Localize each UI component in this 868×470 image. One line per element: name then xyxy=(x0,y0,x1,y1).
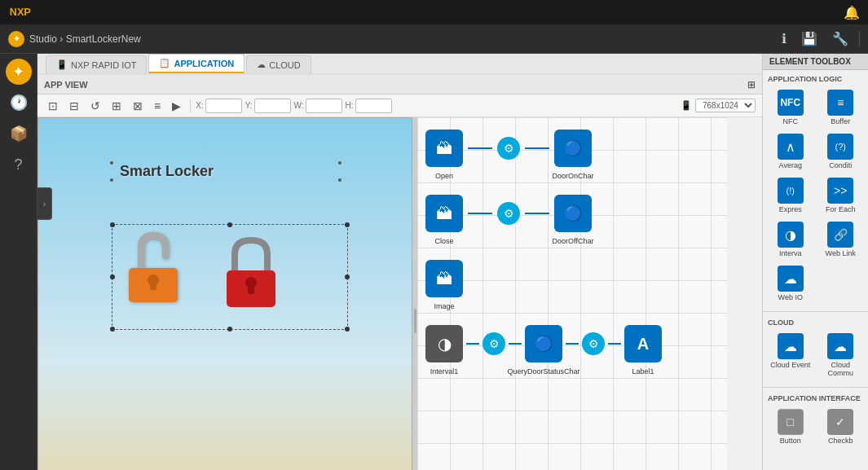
door-on-node[interactable]: 🔵 DoorOnChar xyxy=(554,130,592,167)
sel-br[interactable] xyxy=(345,327,350,332)
toolbar-align-btn[interactable]: ≡ xyxy=(150,97,165,115)
sel-bc[interactable] xyxy=(227,327,232,332)
close-image-node[interactable]: 🏔 Close xyxy=(425,195,463,232)
toolbox-item-expression[interactable]: (!) Expres xyxy=(766,174,815,217)
sel-tl[interactable] xyxy=(110,222,115,227)
toolbox-section-app-logic: APPLICATION LOGIC NFC NFC ≡ Buffer ∧ Ave… xyxy=(763,70,868,310)
toolbox-item-cloud-comm[interactable]: ☁ Cloud Commu xyxy=(817,330,866,380)
door-off-node[interactable]: 🔵 DoorOffChar xyxy=(554,195,592,232)
content: 📱 NXP RAPID IOT 📋 APPLICATION ☁ CLOUD AP… xyxy=(37,54,762,470)
device-icon: 📱 xyxy=(681,100,692,111)
toolbar-sep1 xyxy=(190,99,191,112)
sel-ml[interactable] xyxy=(110,275,115,279)
info-button[interactable]: ℹ xyxy=(778,29,791,48)
sel-tc[interactable] xyxy=(227,222,232,227)
gear4-node[interactable]: ⚙ xyxy=(582,332,605,355)
toolbar-group-btn[interactable]: ⊞ xyxy=(108,97,126,115)
open-image-node[interactable]: 🏔 Open xyxy=(425,130,463,167)
toolbar-w-field: W: xyxy=(294,99,342,113)
w-input[interactable] xyxy=(306,99,342,113)
condition-icon: (?) xyxy=(827,134,853,160)
toolbox-item-webio[interactable]: ☁ Web IO xyxy=(766,262,815,305)
condition-label: Conditi xyxy=(829,161,852,169)
interval-icon: ◑ xyxy=(778,222,804,248)
query-door-node[interactable]: 🔵 QueryDoorStatusChar xyxy=(525,325,562,362)
toolbar-ungroup-btn[interactable]: ⊠ xyxy=(129,97,147,115)
sidebar-item-clock[interactable]: 🕐 xyxy=(6,90,32,116)
cloud-event-icon: ☁ xyxy=(778,333,804,359)
line1 xyxy=(468,147,492,149)
toolbox-item-buffer[interactable]: ≡ Buffer xyxy=(817,86,866,129)
toolbar-play-btn[interactable]: ▶ xyxy=(168,97,185,115)
tab-nxp-iot[interactable]: 📱 NXP RAPID IOT xyxy=(46,55,147,73)
main: ✦ 🕐 📦 ? › 📱 NXP RAPID IOT 📋 APPLICATION … xyxy=(0,54,868,470)
tab-cloud[interactable]: ☁ CLOUD xyxy=(246,55,311,73)
toolbox-item-condition[interactable]: (?) Conditi xyxy=(817,130,866,173)
sidebar-collapse-button[interactable]: › xyxy=(37,187,52,220)
sel-bl[interactable] xyxy=(110,327,115,332)
lock-open-container[interactable] xyxy=(121,233,186,314)
y-label: Y: xyxy=(245,101,253,110)
toolbox-item-button[interactable]: □ Button xyxy=(766,406,815,448)
toolbox-item-weblink[interactable]: 🔗 Web Link xyxy=(817,218,866,261)
toolbox-item-nfc[interactable]: NFC NFC xyxy=(766,86,815,129)
line6 xyxy=(509,343,522,345)
toolbar-copy-btn[interactable]: ⊡ xyxy=(44,97,62,115)
topbar: NXP 🔔 xyxy=(0,0,868,24)
toolbox-item-foreach[interactable]: >> For Each xyxy=(817,174,866,217)
sel-mr[interactable] xyxy=(345,275,350,279)
interval1-node[interactable]: ◑ Interval1 xyxy=(425,325,463,362)
line7 xyxy=(566,343,579,345)
save-button[interactable]: 💾 xyxy=(797,29,822,48)
interval-label: Interva xyxy=(779,249,802,257)
y-input[interactable] xyxy=(254,99,291,113)
handle-bl[interactable] xyxy=(110,178,113,182)
notification-icon[interactable]: 🔔 xyxy=(844,5,860,20)
toolbar: ⊡ ⊟ ↺ ⊞ ⊠ ≡ ▶ X: Y: W: xyxy=(37,94,762,117)
sidebar-item-box[interactable]: 📦 xyxy=(6,121,32,147)
label1-node[interactable]: A Label1 xyxy=(624,325,662,362)
tab-application[interactable]: 📋 APPLICATION xyxy=(148,54,245,73)
gear1-node[interactable]: ⚙ xyxy=(497,137,520,160)
open-label: Open xyxy=(435,172,453,180)
image-node[interactable]: 🏔 Image xyxy=(425,260,463,297)
toolbar-undo-btn[interactable]: ↺ xyxy=(86,97,104,115)
sel-tr[interactable] xyxy=(345,222,350,227)
toolbox-section-cloud: CLOUD ☁ Cloud Event ☁ Cloud Commu xyxy=(763,314,868,385)
label1-label: Label1 xyxy=(632,367,654,376)
element-toolbox: ELEMENT TOOLBOX APPLICATION LOGIC NFC NF… xyxy=(762,54,868,470)
lock-closed-container[interactable] xyxy=(218,233,284,314)
handle-tl[interactable] xyxy=(110,161,113,165)
toolbox-section-cloud-title: CLOUD xyxy=(763,317,868,328)
sidebar-item-help[interactable]: ? xyxy=(6,152,32,178)
canvas-area[interactable]: Smart Locker xyxy=(37,117,412,470)
smart-locker-selection: Smart Locker xyxy=(112,163,340,180)
settings-button[interactable]: 🔧 xyxy=(828,29,853,48)
interval-label: Interval1 xyxy=(430,367,459,376)
handle-tr[interactable] xyxy=(338,161,341,165)
toolbar-paste-btn[interactable]: ⊟ xyxy=(65,97,83,115)
tab-nxp-iot-label: NXP RAPID IOT xyxy=(71,60,136,70)
svg-text:NXP: NXP xyxy=(10,7,31,19)
weblink-label: Web Link xyxy=(826,249,856,257)
left-sidebar: ✦ 🕐 📦 ? xyxy=(0,54,37,470)
tab-application-label: APPLICATION xyxy=(174,59,234,68)
toolbox-item-checkbox[interactable]: ✓ Checkb xyxy=(817,406,866,448)
header: ✦ Studio › SmartLockerNew ℹ 💾 🔧 xyxy=(0,24,868,54)
device-selector[interactable]: 768x1024 xyxy=(695,99,756,112)
tab-cloud-label: CLOUD xyxy=(269,60,301,70)
h-input[interactable] xyxy=(355,99,392,113)
gear3-node[interactable]: ⚙ xyxy=(482,332,505,355)
toolbox-item-average[interactable]: ∧ Averag xyxy=(766,130,815,173)
sidebar-item-home[interactable]: ✦ xyxy=(6,59,32,85)
toolbox-section-app-interface: APPLICATION INTERFACE □ Button ✓ Checkb xyxy=(763,389,868,453)
tab-application-icon: 📋 xyxy=(159,58,170,68)
toolbox-item-cloud-event[interactable]: ☁ Cloud Event xyxy=(766,330,815,380)
toolbox-item-interval[interactable]: ◑ Interva xyxy=(766,218,815,261)
average-label: Averag xyxy=(779,161,802,169)
canvas-background: Smart Locker xyxy=(38,118,412,470)
x-input[interactable] xyxy=(205,99,242,113)
section-divider-1 xyxy=(763,311,868,312)
gear2-node[interactable]: ⚙ xyxy=(497,202,520,225)
handle-br[interactable] xyxy=(338,178,341,182)
